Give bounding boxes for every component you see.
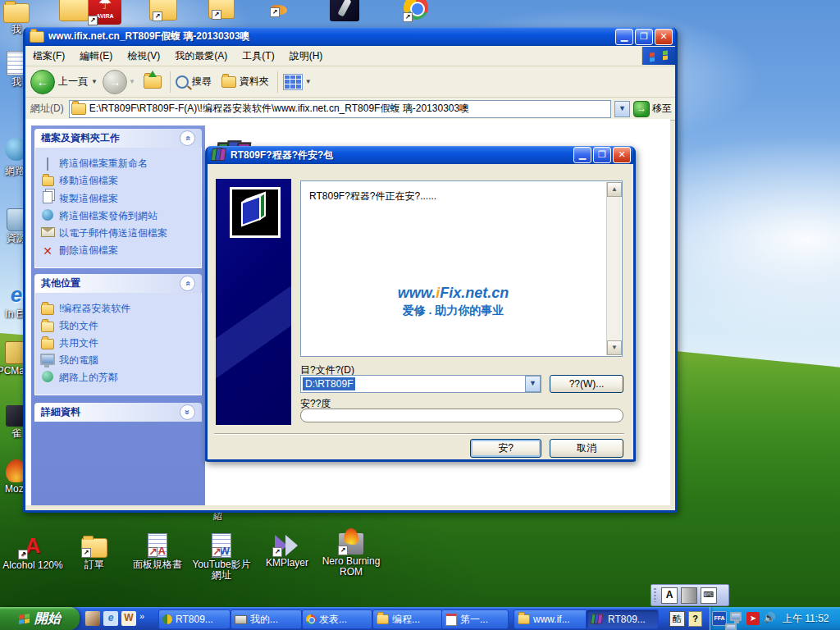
- place-network[interactable]: 網路上的芳鄰: [40, 371, 198, 385]
- folders-button[interactable]: 資料夾: [240, 75, 269, 89]
- back-dropdown[interactable]: ▼: [91, 78, 98, 85]
- back-button[interactable]: ←: [30, 70, 55, 94]
- menu-edit[interactable]: 編輯(E): [72, 49, 120, 63]
- winrar-icon: [591, 614, 603, 623]
- task-move-file[interactable]: 移動這個檔案: [40, 174, 198, 188]
- quicklaunch-ie-icon[interactable]: e: [103, 611, 118, 626]
- desktop-icon-dark-app[interactable]: [330, 0, 359, 21]
- combo-dropdown-button[interactable]: ▼: [525, 376, 541, 392]
- keyboard-icon[interactable]: ⌨: [701, 587, 717, 604]
- section-details: 詳細資料 «: [34, 403, 202, 422]
- menu-tools[interactable]: 工具(T): [235, 49, 281, 63]
- scroll-down-button[interactable]: ▼: [607, 340, 622, 355]
- menu-view[interactable]: 檢視(V): [120, 49, 167, 63]
- place-my-documents[interactable]: 我的文件: [40, 319, 198, 333]
- address-input[interactable]: E:\RT809F\RT809F-F(A)\!编程器安装软件\www.ifix.…: [69, 100, 611, 118]
- dialog-titlebar[interactable]: RT809F?程器?件安?包 ▁ ❐ ✕: [208, 146, 633, 164]
- printer-icon: [235, 615, 247, 624]
- back-label[interactable]: 上一頁: [58, 75, 88, 89]
- search-button[interactable]: 搜尋: [192, 75, 212, 89]
- minimize-button[interactable]: ▁: [615, 29, 633, 45]
- taskbar-button-first[interactable]: 第一...: [441, 609, 509, 629]
- go-button[interactable]: → 移至: [633, 101, 672, 117]
- kugou-tray-icon[interactable]: ➤: [746, 612, 760, 625]
- forward-button[interactable]: →: [103, 70, 127, 94]
- up-button[interactable]: [144, 75, 162, 89]
- maximize-button[interactable]: ❐: [635, 29, 653, 45]
- menu-file[interactable]: 檔案(F): [25, 49, 72, 63]
- start-button[interactable]: 開始: [0, 607, 80, 630]
- quicklaunch-chevron[interactable]: »: [139, 611, 144, 626]
- cancel-button[interactable]: 取消: [550, 439, 623, 458]
- quicklaunch-winamp-icon[interactable]: W: [121, 611, 136, 626]
- taskbar-button-ifix-folder[interactable]: www.if...: [514, 609, 587, 629]
- taskbar-button-chrome[interactable]: 发表...: [302, 609, 372, 629]
- place-install-folder[interactable]: !编程器安装软件: [40, 302, 198, 316]
- desktop-icon-folder[interactable]: ↗: [208, 0, 235, 19]
- dialog-scrollbar[interactable]: ▲ ▼: [606, 182, 621, 355]
- chevron-up-icon[interactable]: «: [180, 276, 195, 291]
- browse-button[interactable]: ??(W)...: [550, 375, 623, 393]
- desktop-icon-alcohol[interactable]: A↗ Alcohol 120%: [2, 533, 64, 571]
- task-email-file[interactable]: 以電子郵件傳送這個檔案: [40, 226, 198, 240]
- task-copy-file[interactable]: 複製這個檔案: [40, 191, 198, 206]
- task-publish-file[interactable]: 將這個檔案發佈到網站: [40, 209, 198, 223]
- folder-icon: [377, 614, 389, 624]
- install-button[interactable]: 安?: [470, 439, 541, 458]
- desktop-icon-youtube-links[interactable]: W↗ YouTube影片 網址: [190, 532, 253, 581]
- destination-combobox[interactable]: D:\RT809F ▼: [300, 375, 541, 393]
- desktop: ☂ AVIRA↗ ↗ ↗ ↗ ↗ 我 我 網路. 資源 e In Ex PCMa…: [0, 0, 840, 630]
- desktop-icon-chrome[interactable]: ↗: [404, 0, 430, 21]
- desktop-icon-avira[interactable]: ☂ AVIRA↗: [89, 0, 121, 25]
- quicklaunch-mail-icon[interactable]: [85, 611, 100, 626]
- views-dropdown[interactable]: ▼: [305, 78, 312, 85]
- chevron-up-icon[interactable]: «: [180, 130, 195, 146]
- progress-bar: [300, 409, 623, 422]
- file-tasks-header[interactable]: 檔案及資料夾工作 «: [34, 129, 202, 148]
- chevron-down-icon[interactable]: «: [180, 404, 195, 420]
- address-label: 網址(D): [30, 102, 64, 116]
- taskbar-button-rt809-setup[interactable]: RT809...: [158, 609, 231, 629]
- desktop-icon-shortcut-small[interactable]: ↗: [271, 5, 287, 15]
- desktop-icon-dingdan[interactable]: ​↗ 訂單: [63, 533, 126, 570]
- details-header[interactable]: 詳細資料 «: [34, 403, 202, 422]
- menu-help[interactable]: 說明(H): [282, 49, 331, 63]
- close-button[interactable]: ✕: [655, 29, 673, 45]
- dialog-minimize-button[interactable]: ▁: [573, 147, 591, 163]
- dialog-maximize-button[interactable]: ❐: [593, 147, 611, 163]
- destination-value: D:\RT809F: [303, 377, 355, 390]
- taskbar-help-button[interactable]: ?: [688, 611, 702, 627]
- forward-dropdown[interactable]: ▼: [129, 78, 135, 85]
- task-rename-file[interactable]: 將這個檔案重新命名: [40, 157, 198, 171]
- winrar-books-icon: [212, 149, 226, 161]
- system-tray: FFA ➤ 🔊 上午 11:52: [710, 607, 840, 630]
- network-tray-icon[interactable]: [730, 612, 743, 625]
- menu-favorites[interactable]: 我的最愛(A): [167, 49, 235, 63]
- scroll-up-button[interactable]: ▲: [607, 182, 622, 197]
- folders-icon: [221, 76, 236, 88]
- place-my-computer[interactable]: 我的電腦: [40, 354, 198, 368]
- other-places-header[interactable]: 其他位置 «: [34, 274, 202, 293]
- desktop-icon-folder-shortcut[interactable]: ↗: [149, 0, 177, 21]
- dialog-close-button[interactable]: ✕: [613, 147, 631, 163]
- ime-pad-icon[interactable]: [681, 587, 697, 604]
- views-button[interactable]: [283, 74, 303, 90]
- folder-icon: [30, 31, 44, 43]
- taskbar-button-install-folder[interactable]: 编程...: [372, 609, 443, 629]
- taskbar-button-printers[interactable]: 我的...: [231, 609, 302, 629]
- input-method-icon[interactable]: A: [661, 587, 678, 604]
- place-shared-documents[interactable]: 共用文件: [40, 336, 198, 350]
- desktop-icon-kmplayer[interactable]: ↗ KMPlayer: [256, 535, 318, 568]
- taskbar-button-rt809-dialog[interactable]: RT809...: [586, 609, 659, 629]
- langbar-grip[interactable]: [654, 588, 656, 602]
- address-dropdown-button[interactable]: ▼: [614, 101, 630, 117]
- volume-tray-icon[interactable]: 🔊: [763, 612, 776, 625]
- desktop-icon-panel-spec[interactable]: A↗ 面板規格書: [126, 532, 189, 570]
- explorer-titlebar[interactable]: www.ifix.net.cn_RT809F假蝮 璃-20130303噢 ▁ ❐…: [25, 27, 675, 46]
- language-bar[interactable]: A ⌨: [651, 584, 729, 606]
- taskbar-kugou-button[interactable]: 酷: [669, 611, 685, 627]
- desktop-icon-nero[interactable]: ↗ Nero Burning ROM: [320, 533, 382, 578]
- address-value: E:\RT809F\RT809F-F(A)\!编程器安装软件\www.ifix.…: [89, 102, 469, 116]
- task-delete-file[interactable]: ✕刪除這個檔案: [40, 244, 198, 258]
- desktop-icon-my-documents[interactable]: [59, 0, 89, 21]
